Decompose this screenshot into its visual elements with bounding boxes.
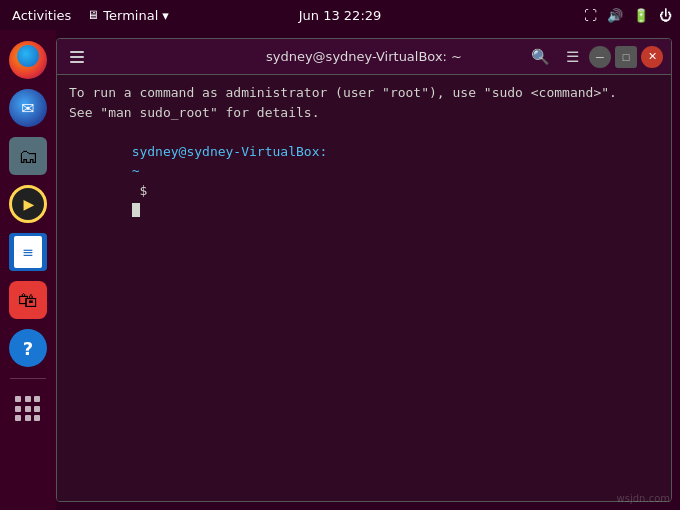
power-icon[interactable]: ⏻ <box>659 8 672 23</box>
prompt-dir: ~ <box>132 163 140 178</box>
topbar-left: Activities 🖥 Terminal ▾ <box>8 6 169 25</box>
terminal-chevron-icon: ▾ <box>162 8 169 23</box>
thunderbird-icon <box>9 89 47 127</box>
dock-appcenter[interactable] <box>8 280 48 320</box>
dock-divider <box>10 378 46 379</box>
tab-menu-icon <box>70 51 84 63</box>
app-grid-icon <box>9 390 47 428</box>
terminal-warning-line1: To run a command as administrator (user … <box>69 83 659 103</box>
titlebar-right: 🔍 ☰ ─ □ ✕ <box>525 46 663 68</box>
terminal-body[interactable]: To run a command as administrator (user … <box>57 75 671 501</box>
dock-help[interactable]: ? <box>8 328 48 368</box>
topbar: Activities 🖥 Terminal ▾ Jun 13 22:29 ⛶ 🔊… <box>0 0 680 30</box>
grid-dot <box>34 415 40 421</box>
network-icon[interactable]: ⛶ <box>584 8 597 23</box>
terminal-search-button[interactable]: 🔍 <box>525 46 556 68</box>
grid-dot <box>34 396 40 402</box>
dock-thunderbird[interactable] <box>8 88 48 128</box>
help-icon: ? <box>9 329 47 367</box>
dock: ? <box>0 30 56 510</box>
writer-icon <box>9 233 47 271</box>
battery-icon[interactable]: 🔋 <box>633 8 649 23</box>
terminal-warning-line2: See "man sudo_root" for details. <box>69 103 659 123</box>
terminal-titlebar: sydney@sydney-VirtualBox: ~ 🔍 ☰ ─ □ ✕ <box>57 39 671 75</box>
line3 <box>70 61 84 63</box>
terminal-cursor <box>132 203 140 217</box>
volume-icon[interactable]: 🔊 <box>607 8 623 23</box>
topbar-clock: Jun 13 22:29 <box>299 8 382 23</box>
firefox-icon <box>9 41 47 79</box>
terminal-tab-icon[interactable] <box>65 45 89 69</box>
grid-dot <box>15 415 21 421</box>
grid-dot <box>34 406 40 412</box>
terminal-prompt-line: sydney@sydney-VirtualBox: ~ $ <box>69 122 659 239</box>
dock-files[interactable] <box>8 136 48 176</box>
topbar-time: 22:29 <box>344 8 381 23</box>
topbar-date: Jun 13 <box>299 8 340 23</box>
terminal-hamburger-button[interactable]: ☰ <box>560 46 585 68</box>
line1 <box>70 51 84 53</box>
grid-dot <box>25 396 31 402</box>
grid-dot <box>15 396 21 402</box>
grid-dot <box>25 406 31 412</box>
dock-rhythmbox[interactable] <box>8 184 48 224</box>
titlebar-left <box>65 45 89 69</box>
files-icon <box>9 137 47 175</box>
topbar-right: ⛶ 🔊 🔋 ⏻ <box>584 8 672 23</box>
terminal-window-icon: 🖥 <box>87 8 99 22</box>
dock-app-grid[interactable] <box>8 389 48 429</box>
dock-firefox[interactable] <box>8 40 48 80</box>
terminal-title: sydney@sydney-VirtualBox: ~ <box>266 49 462 64</box>
terminal-close-button[interactable]: ✕ <box>641 46 663 68</box>
terminal-menu[interactable]: 🖥 Terminal ▾ <box>87 8 168 23</box>
terminal-menu-label: Terminal <box>103 8 158 23</box>
appcenter-icon <box>9 281 47 319</box>
grid-dot <box>25 415 31 421</box>
grid-dot <box>15 406 21 412</box>
dock-writer[interactable] <box>8 232 48 272</box>
terminal-window: sydney@sydney-VirtualBox: ~ 🔍 ☰ ─ □ ✕ To… <box>56 38 672 502</box>
rhythmbox-icon <box>9 185 47 223</box>
terminal-minimize-button[interactable]: ─ <box>589 46 611 68</box>
main-layout: ? <box>0 30 680 510</box>
terminal-maximize-button[interactable]: □ <box>615 46 637 68</box>
line2 <box>70 56 84 58</box>
dollar-sign: $ <box>132 183 148 198</box>
prompt-text: sydney@sydney-VirtualBox: <box>132 144 328 159</box>
activities-button[interactable]: Activities <box>8 6 75 25</box>
